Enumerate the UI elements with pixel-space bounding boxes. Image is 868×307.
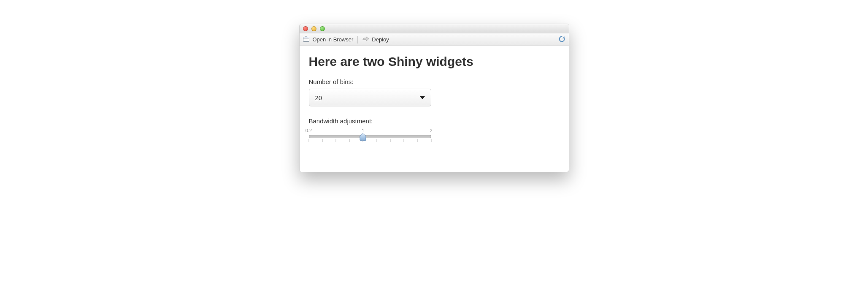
slider-current-label: 1: [362, 128, 364, 133]
toolbar: Open in Browser Deploy: [300, 33, 569, 46]
bins-selected-value: 20: [315, 94, 322, 101]
deploy-arrow-icon: [362, 36, 370, 43]
browser-icon: [303, 36, 311, 43]
slider-minor-ticks: [309, 139, 431, 142]
bandwidth-slider[interactable]: 0.2 1 2: [309, 128, 431, 142]
content-area: Here are two Shiny widgets Number of bin…: [300, 46, 569, 172]
minimize-window-button[interactable]: [311, 26, 316, 31]
slider-track[interactable]: [309, 135, 431, 138]
toolbar-separator: [357, 36, 358, 43]
zoom-window-button[interactable]: [320, 26, 325, 31]
window-titlebar: [300, 24, 569, 33]
refresh-button[interactable]: [558, 35, 565, 44]
app-window: Open in Browser Deploy Here are two Shin…: [299, 24, 569, 172]
bins-label: Number of bins:: [309, 78, 560, 85]
caret-down-icon: [420, 96, 425, 99]
svg-rect-1: [303, 37, 309, 38]
close-window-button[interactable]: [303, 26, 308, 31]
page-title: Here are two Shiny widgets: [309, 54, 560, 69]
slider-value-labels: 0.2 1 2: [309, 128, 431, 134]
slider-min-label: 0.2: [306, 128, 312, 133]
open-in-browser-label: Open in Browser: [313, 36, 354, 43]
slider-max-label: 2: [430, 128, 432, 133]
deploy-label: Deploy: [372, 36, 389, 43]
refresh-icon: [558, 35, 565, 44]
open-in-browser-button[interactable]: Open in Browser: [303, 36, 354, 43]
deploy-button[interactable]: Deploy: [362, 36, 389, 43]
bins-select[interactable]: 20: [309, 89, 431, 106]
bandwidth-label: Bandwidth adjustment:: [309, 117, 560, 125]
